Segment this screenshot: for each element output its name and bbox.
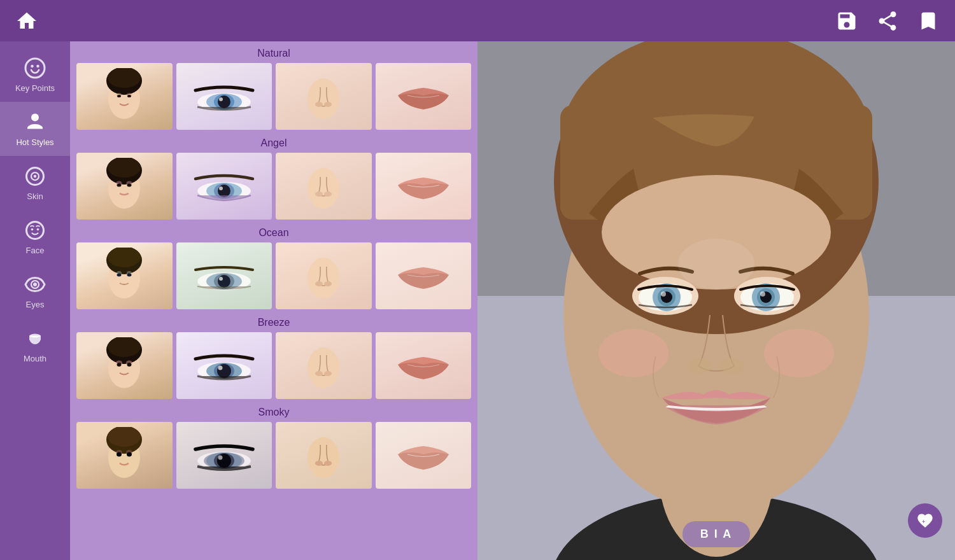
svg-point-68: [218, 365, 222, 370]
photo-area: B I A +: [478, 41, 955, 560]
style-breeze-images: [76, 332, 471, 399]
svg-point-71: [324, 371, 332, 376]
svg-point-29: [108, 158, 141, 178]
breeze-brow-thumb[interactable]: [176, 332, 272, 399]
svg-point-77: [117, 452, 122, 456]
style-ocean-title: Ocean: [76, 227, 471, 239]
svg-point-52: [218, 275, 230, 288]
mouth-icon: [24, 327, 46, 350]
sidebar-item-face[interactable]: Face: [0, 210, 70, 264]
natural-lip-thumb[interactable]: [376, 63, 472, 130]
svg-point-26: [324, 102, 332, 107]
svg-point-0: [25, 59, 45, 78]
natural-brow-thumb[interactable]: [176, 63, 272, 130]
svg-point-32: [117, 183, 122, 186]
skin-icon: [24, 165, 46, 188]
svg-point-33: [127, 183, 132, 186]
svg-point-18: [127, 95, 131, 97]
svg-point-8: [31, 228, 34, 231]
breeze-lip-thumb[interactable]: [376, 332, 472, 399]
angel-brow-thumb[interactable]: [176, 153, 272, 220]
home-button[interactable]: [13, 7, 41, 35]
smiley-icon: [24, 57, 46, 80]
share-button[interactable]: [874, 7, 902, 35]
sidebar-eyes-label: Eyes: [26, 300, 45, 309]
svg-point-38: [219, 186, 223, 190]
right-panel: B I A +: [478, 41, 955, 560]
smoky-face-thumb[interactable]: [76, 422, 173, 489]
smoky-nose-thumb[interactable]: [276, 422, 372, 489]
ocean-face-thumb[interactable]: [76, 242, 173, 309]
save-button[interactable]: [833, 7, 861, 35]
svg-point-7: [27, 222, 44, 239]
smoky-brow-thumb[interactable]: [176, 422, 272, 489]
angel-lip-thumb[interactable]: [376, 153, 472, 220]
ocean-lip-thumb[interactable]: [376, 242, 472, 309]
svg-point-85: [308, 437, 339, 478]
svg-point-9: [37, 228, 39, 231]
sidebar-item-hot-styles[interactable]: Hot Styles: [0, 102, 70, 156]
svg-point-63: [127, 363, 132, 367]
sidebar-item-eyes[interactable]: Eyes: [0, 264, 70, 318]
style-row-angel: Angel: [76, 137, 471, 220]
heart-favorite-button[interactable]: +: [908, 503, 942, 538]
svg-point-23: [219, 97, 223, 101]
svg-point-39: [308, 168, 339, 209]
natural-nose-thumb[interactable]: [276, 63, 372, 130]
svg-point-55: [315, 281, 323, 286]
svg-point-74: [108, 427, 141, 447]
svg-point-14: [108, 68, 141, 88]
sidebar-key-points-label: Key Points: [15, 83, 55, 93]
style-row-smoky: Smoky: [76, 407, 471, 489]
style-row-breeze: Breeze: [76, 317, 471, 399]
angel-nose-thumb[interactable]: [276, 153, 372, 220]
breeze-nose-thumb[interactable]: [276, 332, 372, 399]
bia-button[interactable]: B I A: [683, 521, 750, 547]
svg-point-98: [598, 329, 668, 377]
style-row-natural: Natural: [76, 48, 471, 130]
svg-point-62: [117, 363, 122, 367]
breeze-face-thumb[interactable]: [76, 332, 173, 399]
center-panel: Natural: [70, 41, 478, 560]
sidebar-mouth-label: Mouth: [24, 354, 46, 363]
sidebar-skin-label: Skin: [27, 192, 43, 201]
sidebar-item-mouth[interactable]: Mouth: [0, 318, 70, 372]
style-smoky-title: Smoky: [76, 407, 471, 418]
svg-point-11: [33, 283, 37, 286]
svg-point-114: [678, 239, 754, 290]
svg-point-44: [108, 248, 141, 267]
svg-point-78: [127, 452, 132, 456]
smoky-lip-thumb[interactable]: [376, 422, 472, 489]
ocean-brow-thumb[interactable]: [176, 242, 272, 309]
sidebar-face-label: Face: [26, 246, 45, 255]
face-icon: [24, 219, 46, 242]
svg-point-87: [324, 461, 332, 466]
main-area: Key Points Hot Styles Skin: [0, 41, 955, 560]
svg-point-6: [34, 175, 37, 178]
svg-point-47: [117, 273, 122, 276]
style-ocean-images: [76, 242, 471, 309]
sidebar-item-skin[interactable]: Skin: [0, 156, 70, 210]
svg-text:+: +: [922, 519, 925, 525]
svg-point-17: [117, 95, 121, 97]
header: [0, 0, 955, 41]
style-smoky-images: [76, 422, 471, 489]
svg-point-112: [689, 358, 712, 374]
style-angel-title: Angel: [76, 137, 471, 149]
person-icon: [24, 111, 46, 134]
header-right: [833, 7, 942, 35]
svg-point-48: [127, 273, 132, 276]
svg-point-86: [315, 461, 323, 466]
svg-point-70: [315, 371, 323, 376]
svg-point-24: [308, 78, 339, 119]
svg-point-40: [315, 192, 323, 197]
sidebar-item-key-points[interactable]: Key Points: [0, 48, 70, 102]
angel-face-thumb[interactable]: [76, 153, 173, 220]
header-left: [13, 7, 41, 35]
bookmark-button[interactable]: [914, 7, 942, 35]
svg-point-2: [36, 65, 39, 68]
svg-point-105: [661, 291, 666, 297]
natural-face-thumb[interactable]: [76, 63, 173, 130]
ocean-nose-thumb[interactable]: [276, 242, 372, 309]
sidebar-hot-styles-label: Hot Styles: [16, 137, 53, 147]
